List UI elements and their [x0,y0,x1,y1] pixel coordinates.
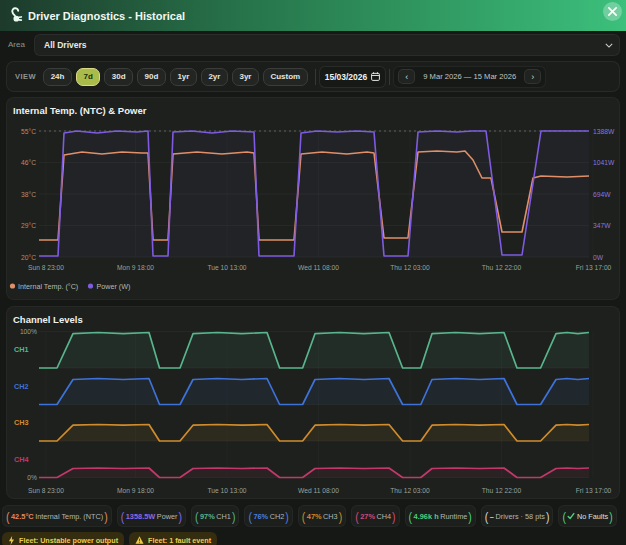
svg-text:100%: 100% [20,328,37,335]
svg-text:CH2: CH2 [14,382,29,391]
svg-text:CH1: CH1 [14,345,29,354]
svg-text:Internal Temp. (NTC) & Power: Internal Temp. (NTC) & Power [13,105,147,116]
svg-text:CH3: CH3 [14,418,29,427]
svg-text:38°C: 38°C [21,191,36,198]
svg-text:Mon 9 18:00: Mon 9 18:00 [117,264,154,271]
svg-text:20°C: 20°C [21,254,36,261]
svg-text:Internal Temp. (°C): Internal Temp. (°C) [18,282,78,291]
svg-text:Wed 11 08:00: Wed 11 08:00 [298,487,339,494]
svg-text:Thu 12 03:00: Thu 12 03:00 [390,487,430,494]
svg-text:Fri 13 17:00: Fri 13 17:00 [576,487,612,494]
svg-text:Power (W): Power (W) [97,282,131,291]
svg-text:Thu 12 22:00: Thu 12 22:00 [482,487,522,494]
svg-text:694W: 694W [593,191,611,198]
svg-text:Sun 8 23:00: Sun 8 23:00 [28,264,64,271]
svg-text:55°C: 55°C [21,128,36,135]
svg-text:347W: 347W [593,222,611,229]
svg-text:Thu 12 03:00: Thu 12 03:00 [390,264,430,271]
svg-text:Channel Levels: Channel Levels [13,314,83,325]
svg-text:1388W: 1388W [593,128,615,135]
svg-text:Tue 10 13:00: Tue 10 13:00 [207,264,246,271]
svg-text:1041W: 1041W [593,159,615,166]
svg-text:29°C: 29°C [21,222,36,229]
svg-text:Fri 13 17:00: Fri 13 17:00 [576,264,612,271]
svg-text:Mon 9 18:00: Mon 9 18:00 [117,487,154,494]
svg-text:46°C: 46°C [21,159,36,166]
svg-text:0%: 0% [27,474,37,481]
svg-text:CH4: CH4 [14,455,30,464]
svg-text:0W: 0W [593,254,604,261]
svg-text:Thu 12 22:00: Thu 12 22:00 [482,264,522,271]
svg-text:Sun 8 23:00: Sun 8 23:00 [28,487,64,494]
svg-text:Wed 11 08:00: Wed 11 08:00 [298,264,339,271]
svg-text:Tue 10 13:00: Tue 10 13:00 [207,487,246,494]
